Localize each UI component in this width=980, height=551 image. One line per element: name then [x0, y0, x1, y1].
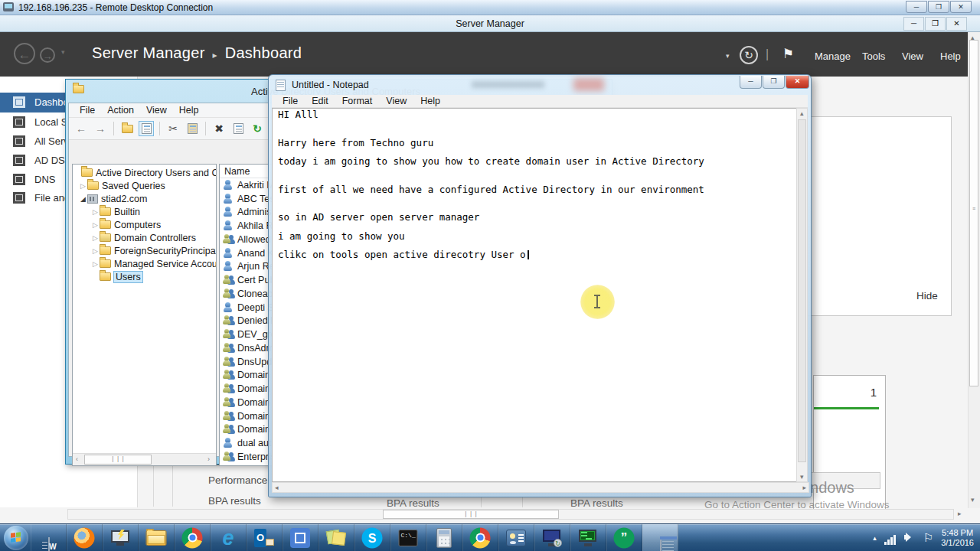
clock[interactable]: 5:48 PM 3/1/2016 [941, 528, 974, 548]
notepad-menu-help[interactable]: Help [413, 96, 447, 106]
sm-vertical-scrollbar-thumb[interactable]: ≡ [969, 40, 978, 386]
tile-row-bpa-results-center[interactable]: BPA results [387, 497, 439, 509]
sm-minimize-button[interactable]: ─ [903, 17, 924, 31]
taskbar-outlook-button[interactable]: O [247, 524, 283, 551]
breadcrumb-root[interactable]: Server Manager [92, 44, 205, 61]
tree-item-domain-controllers[interactable]: ▷ Domain Controllers [73, 231, 216, 244]
taskbar-monitor-green-button[interactable] [570, 524, 606, 551]
properties-window-icon[interactable] [139, 121, 154, 136]
expander-collapsed-icon[interactable]: ▷ [91, 247, 100, 255]
speaker-icon[interactable] [904, 533, 916, 543]
notepad-vertical-scrollbar[interactable]: ▴ ▾ [796, 108, 808, 482]
expander-collapsed-icon[interactable]: ▷ [91, 234, 100, 242]
expander-expanded-icon[interactable]: ◢ [79, 195, 87, 203]
scroll-left-icon[interactable]: ◂ [275, 484, 279, 491]
notepad-menu-edit[interactable]: Edit [305, 96, 335, 106]
menu-manage[interactable]: Manage [815, 51, 851, 62]
delete-icon[interactable]: ✖ [211, 121, 227, 136]
scroll-left-icon[interactable]: ‹ [76, 455, 78, 463]
notepad-horizontal-scrollbar[interactable]: ◂ ▸ [272, 482, 809, 493]
rdp-restore-button[interactable]: ❐ [928, 1, 949, 13]
notifications-flag-icon[interactable]: ⚑ [782, 46, 794, 62]
rdp-close-button[interactable]: ✕ [950, 1, 972, 13]
taskbar-file-explorer-button[interactable] [139, 524, 175, 551]
forward-button[interactable]: → [40, 47, 55, 63]
tree-item-builtin[interactable]: ▷ Builtin [73, 205, 216, 218]
taskbar-sticky-notes-button[interactable] [318, 524, 354, 551]
taskbar-chrome-button[interactable] [175, 524, 211, 551]
scroll-right-icon[interactable]: ▸ [958, 510, 962, 517]
tree-item-users[interactable]: Users [73, 270, 216, 283]
aduc-menu-file[interactable]: File [74, 105, 101, 116]
taskbar-word-button[interactable]: W [31, 524, 67, 551]
notepad-text-area[interactable]: HI Alll Harry here from Techno guru toda… [272, 108, 798, 482]
tree-item-domain[interactable]: ◢ stiad2.com [73, 192, 216, 205]
cut-icon[interactable]: ✂ [165, 121, 181, 136]
expander-collapsed-icon[interactable]: ▷ [79, 182, 87, 190]
menu-tools[interactable]: Tools [862, 51, 885, 62]
rdp-minimize-button[interactable]: ─ [906, 1, 927, 13]
tree-item-managed-service[interactable]: ▷ Managed Service Accou [73, 257, 216, 270]
tile-row-bpa-results[interactable]: BPA results [208, 495, 261, 507]
sm-horizontal-scrollbar-thumb[interactable]: ❘❘❘ [383, 510, 559, 519]
notepad-minimize-button[interactable]: ─ [740, 76, 762, 89]
expander-collapsed-icon[interactable]: ▷ [91, 208, 100, 216]
taskbar-remote-desktop-button[interactable] [103, 524, 139, 551]
taskbar-hangouts-button[interactable]: ” [606, 524, 642, 551]
aduc-menu-view[interactable]: View [140, 105, 173, 116]
tree-horizontal-scrollbar[interactable]: ‹ ❘❘❘ › [73, 453, 216, 465]
taskbar-chrome-2-button[interactable] [462, 524, 498, 551]
sm-close-button[interactable]: ✕ [946, 17, 967, 31]
tile-row-performance[interactable]: Performance [208, 474, 267, 486]
taskbar-skype-button[interactable]: S [354, 524, 390, 551]
taskbar-notepad-button[interactable] [642, 524, 678, 551]
taskbar-firefox-button[interactable] [67, 524, 103, 551]
expander-collapsed-icon[interactable]: ▷ [91, 221, 100, 229]
rdp-title-bar[interactable]: 192.168.196.235 - Remote Desktop Connect… [0, 0, 980, 15]
forward-icon[interactable]: → [93, 121, 108, 136]
network-signal-icon[interactable] [884, 531, 897, 545]
menu-help[interactable]: Help [940, 51, 961, 62]
hide-button[interactable]: Hide [916, 290, 938, 302]
notepad-menu-view[interactable]: View [379, 96, 413, 106]
scroll-up-icon[interactable]: ▴ [800, 109, 804, 117]
aduc-menu-help[interactable]: Help [173, 105, 205, 116]
start-button[interactable] [2, 525, 31, 551]
nav-dropdown-caret-icon[interactable]: ▾ [61, 48, 65, 56]
open-folder-icon[interactable] [119, 121, 135, 136]
refresh-icon[interactable]: ↻ [250, 121, 265, 136]
refresh-icon[interactable]: ↻ [740, 46, 758, 64]
taskbar-calculator-button[interactable] [426, 524, 462, 551]
properties-sheet-icon[interactable] [230, 121, 246, 136]
taskbar-command-prompt-button[interactable]: C:\_ [390, 524, 426, 551]
scroll-down-icon[interactable]: ▾ [800, 473, 804, 481]
expander-collapsed-icon[interactable]: ▷ [91, 260, 100, 268]
action-center-flag-icon[interactable]: ⚐ [923, 531, 933, 545]
aduc-menu-action[interactable]: Action [101, 105, 140, 116]
scroll-down-icon[interactable]: ▾ [971, 496, 975, 504]
tree-item-computers[interactable]: ▷ Computers [73, 218, 216, 231]
sm-restore-button[interactable]: ❐ [925, 17, 946, 31]
paste-icon[interactable] [185, 121, 200, 136]
tree-root[interactable]: Active Directory Users and Com [73, 166, 216, 179]
taskbar-snipping-frame-button[interactable] [283, 524, 318, 551]
back-icon[interactable]: ← [74, 121, 89, 136]
notepad-close-button[interactable]: ✕ [786, 76, 809, 89]
notepad-menu-format[interactable]: Format [335, 96, 380, 106]
tree-item-foreign-security[interactable]: ▷ ForeignSecurityPrincipal [73, 244, 216, 257]
taskbar-remote-viewer-button[interactable]: ↻ [534, 524, 570, 551]
hidden-icons-button[interactable]: ▴ [873, 534, 877, 542]
tile-row-bpa-results-right[interactable]: BPA results [570, 497, 623, 509]
tree-scrollbar-thumb[interactable]: ❘❘❘ [84, 455, 152, 465]
notepad-scrollbar-thumb[interactable] [798, 119, 806, 462]
header-dropdown-caret-icon[interactable]: ▾ [726, 52, 730, 60]
server-manager-title-bar[interactable]: Server Manager ─ ❐ ✕ [0, 15, 980, 32]
tree-item-saved-queries[interactable]: ▷ Saved Queries [73, 179, 216, 192]
aduc-tree-pane[interactable]: Active Directory Users and Com ▷ Saved Q… [72, 164, 217, 466]
taskbar-internet-explorer-button[interactable]: e [211, 524, 247, 551]
back-button[interactable]: ← [14, 43, 35, 64]
taskbar-control-panel-button[interactable] [498, 524, 534, 551]
notepad-menu-file[interactable]: File [276, 96, 305, 106]
notepad-window[interactable]: Untitled - Notepad ─ ❐ ✕ File Edit Forma… [268, 74, 812, 497]
notepad-maximize-button[interactable]: ❐ [763, 76, 785, 89]
